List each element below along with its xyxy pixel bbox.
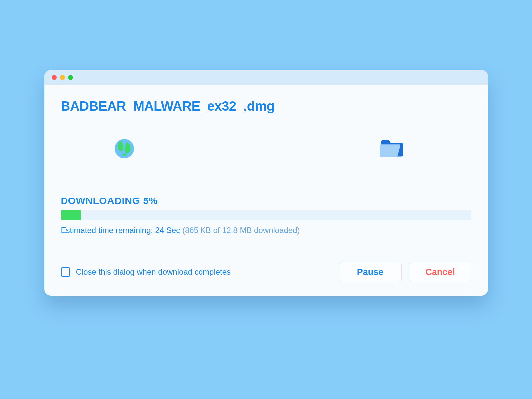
window-close-icon[interactable]	[52, 75, 57, 80]
eta-label: Estimated time remaining: 24 Sec	[61, 226, 183, 235]
pause-button[interactable]: Pause	[339, 262, 402, 282]
window-titlebar	[44, 70, 488, 85]
eta-detail: (865 KB of 12.8 MB downloaded)	[182, 226, 300, 235]
cancel-button[interactable]: Cancel	[409, 262, 471, 282]
progress-bar	[61, 210, 471, 220]
window-maximize-icon[interactable]	[68, 75, 73, 80]
download-dialog: BADBEAR_MALWARE_ex32_.dmg DOWNLOADING 5%	[44, 70, 488, 296]
button-group: Pause Cancel	[339, 262, 471, 282]
progress-section: DOWNLOADING 5% Estimated time remaining:…	[61, 195, 471, 235]
download-filename: BADBEAR_MALWARE_ex32_.dmg	[61, 99, 471, 114]
progress-fill	[61, 210, 81, 220]
dialog-footer: Close this dialog when download complete…	[61, 262, 471, 282]
window-minimize-icon[interactable]	[60, 75, 65, 80]
close-on-complete-label: Close this dialog when download complete…	[76, 267, 231, 277]
close-on-complete-checkbox[interactable]	[61, 267, 70, 277]
dialog-content: BADBEAR_MALWARE_ex32_.dmg DOWNLOADING 5%	[44, 85, 488, 296]
eta-text: Estimated time remaining: 24 Sec (865 KB…	[61, 226, 471, 235]
transfer-icon-row	[61, 134, 471, 164]
globe-icon	[114, 138, 135, 159]
close-on-complete-option[interactable]: Close this dialog when download complete…	[61, 267, 231, 277]
folder-icon	[379, 138, 405, 159]
progress-label: DOWNLOADING 5%	[61, 195, 471, 206]
